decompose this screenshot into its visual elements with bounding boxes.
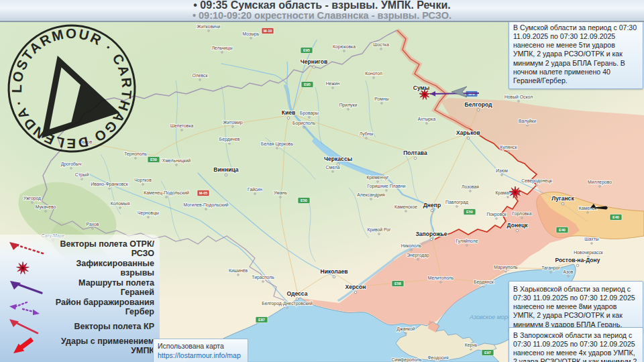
city-label: Горишние Плавни <box>367 184 405 189</box>
city-dot <box>411 249 412 251</box>
legend-label: Векторы полета ОТРК/РСЗО <box>47 239 154 258</box>
city-dot <box>232 126 233 127</box>
city-label: Каменец-Подольский <box>144 190 189 196</box>
city-label: Феодосия <box>427 355 449 361</box>
city-label: Мозырь <box>243 32 260 37</box>
city-dot <box>166 196 167 198</box>
city-dot <box>518 101 519 102</box>
city-label: Черновцы <box>138 210 159 216</box>
svg-text:· LOSTARMOUR · CARTHAGO DELEND: · LOSTARMOUR · CARTHAGO DELENDA EST <box>3 17 144 160</box>
city-label: Кривой Рог <box>367 227 391 233</box>
city-label: Полтава <box>403 149 427 156</box>
city-label: Бердичев <box>219 137 240 142</box>
stamp-circle-text: · LOSTARMOUR · CARTHAGO DELENDA EST <box>3 17 144 160</box>
city-dot <box>343 50 345 52</box>
city-label: Одесса <box>286 290 307 297</box>
city-dot <box>467 137 470 139</box>
road-badge-label: E50 <box>301 198 307 202</box>
ticker-line-1: • 09:35 Сумская область - взрывы. УМПК. … <box>0 0 644 11</box>
city-dot <box>381 103 382 104</box>
explosion-icon <box>4 259 47 278</box>
city-dot <box>254 193 256 194</box>
city-dot <box>516 229 519 232</box>
road-badge-label: E95 <box>304 82 311 86</box>
city-dot <box>354 291 357 294</box>
city-dot <box>332 171 333 172</box>
city-label: Таганрог <box>541 265 560 271</box>
city-label: Кременчуг <box>366 175 389 180</box>
city-label: Шахты <box>584 237 598 241</box>
road-badge-label: E50 <box>466 210 473 214</box>
city-dot <box>276 147 278 149</box>
city-label: Никополь <box>401 243 422 248</box>
legend-label: Зафиксированные взрывы <box>47 259 154 278</box>
kr-vector-icon <box>4 317 47 336</box>
city-label: Бровары <box>300 111 319 116</box>
city-label: Лозовая <box>462 184 479 189</box>
city-label: Каменское <box>394 204 417 209</box>
legend-row-explosions: Зафиксированные взрывы <box>0 258 160 278</box>
city-dot <box>208 30 209 32</box>
city-dot <box>142 184 144 185</box>
city-label: Павлоград <box>445 200 468 205</box>
city-label: Купянск <box>500 145 517 150</box>
city-dot <box>550 272 551 273</box>
city-label: Житомир <box>223 120 242 125</box>
city-dot <box>507 196 508 198</box>
city-label: Ростов-на-Дону <box>555 257 600 263</box>
city-dot <box>576 264 579 267</box>
city-dot <box>181 129 182 131</box>
city-label: Мукачево <box>36 204 56 210</box>
city-label: Гайсин <box>248 187 262 192</box>
city-label: Белая Церковь <box>261 141 293 147</box>
city-dot <box>221 52 223 53</box>
city-dot <box>119 207 121 208</box>
city-label: Борисполь <box>292 121 315 126</box>
city-dot <box>430 238 433 241</box>
legend-label: Маршруты полета Гераней <box>47 278 154 297</box>
city-label: Рахов <box>87 222 99 227</box>
city-dot <box>568 276 569 277</box>
city-label: Херсон <box>345 284 366 290</box>
city-dot <box>373 77 374 78</box>
map-legend: Векторы полета ОТРК/РСЗО Зафиксированные… <box>0 235 160 362</box>
city-label: Валуйки <box>519 119 536 124</box>
road-badge-label: E40 <box>559 228 566 232</box>
city-label: Донецк <box>506 222 528 229</box>
city-dot <box>286 307 288 308</box>
road-badge-label: E95 <box>303 48 310 52</box>
city-dot <box>587 212 588 213</box>
city-label: Николаев <box>320 268 347 275</box>
city-dot <box>303 127 305 128</box>
city-label: Керчь <box>465 343 478 348</box>
city-label: Северодонецк <box>521 178 552 184</box>
legend-row-herber: Район барражирования Гербер <box>0 297 160 316</box>
city-label: Винница <box>213 166 239 173</box>
city-dot <box>237 274 239 276</box>
city-label: Ужгород <box>23 196 41 201</box>
city-dot <box>377 181 378 182</box>
city-label: Смела <box>326 165 340 170</box>
city-dot <box>225 174 227 176</box>
city-label: Белгород <box>465 101 493 108</box>
city-label: Умань <box>274 190 287 195</box>
infobox-sumy-region: В Сумской области за период с 07:30 11.0… <box>508 19 643 89</box>
city-label: Бердянск <box>474 280 494 285</box>
city-dot <box>466 245 468 246</box>
city-dot <box>366 137 367 139</box>
city-dot <box>470 349 472 350</box>
attribution-text: Использована карта <box>158 342 244 351</box>
legend-row-umpk: Удары с применением УМПК <box>0 336 160 355</box>
city-dot <box>527 125 528 126</box>
road-badge-label: М-05 <box>199 191 208 195</box>
city-dot <box>591 243 592 244</box>
city-dot <box>109 188 110 189</box>
city-label: Александрия <box>357 192 385 198</box>
city-dot <box>205 208 207 210</box>
city-dot <box>199 79 201 80</box>
road-badge-label: E50 <box>150 158 157 162</box>
city-label: Житковичи <box>197 24 221 29</box>
map-screenshot: E95М-10E95М-2E40E50E58М-05E50E87E97E40E5… <box>0 0 644 362</box>
explosion-core <box>423 93 426 96</box>
legend-label: Удары с применением УМПК <box>47 337 154 355</box>
